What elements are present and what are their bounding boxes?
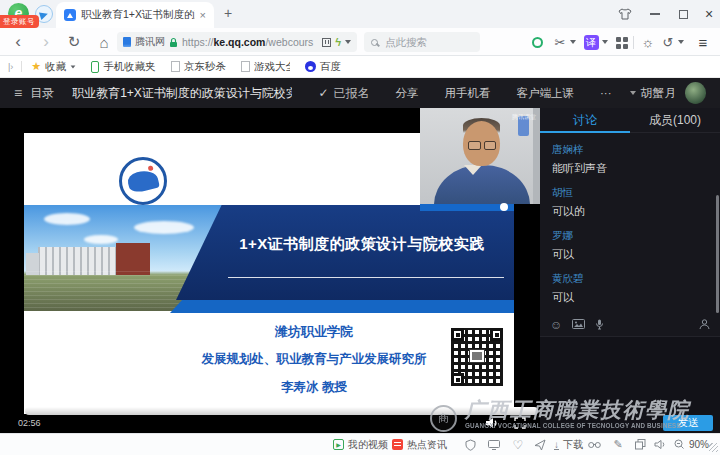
new-tab-button[interactable]: + — [224, 5, 232, 21]
download-button[interactable]: ↓ 下载 — [554, 434, 583, 455]
close-window-button[interactable]: × — [698, 0, 720, 28]
favorites-caret-icon — [71, 65, 76, 68]
bookmarks-collapse-icon[interactable]: |› — [8, 62, 13, 72]
send-button[interactable]: 发送 — [663, 415, 713, 431]
presenter-collar — [464, 165, 482, 175]
heart-icon[interactable]: ♡ — [510, 434, 526, 455]
play-icon: ▶ — [333, 439, 344, 450]
multi-window-icon[interactable] — [632, 434, 648, 455]
message-text: 可以 — [552, 247, 704, 262]
translate-icon[interactable]: 译 — [582, 28, 600, 56]
resize-grip[interactable] — [709, 443, 718, 452]
bookmark-label: 游戏大全 — [254, 60, 290, 74]
chat-panel: 讨论 成员(100) 唐娴梓 能听到声音 胡恒 可以的 罗娜 可以 黄欣碧 可以… — [540, 108, 720, 433]
back-button[interactable]: ‹ — [8, 28, 28, 56]
hot-news-label: 热点资讯 — [407, 438, 447, 452]
zoom-control[interactable]: 90% — [674, 434, 709, 455]
refresh-button[interactable]: ↻ — [64, 28, 84, 56]
baidu-icon — [305, 61, 316, 72]
active-tab[interactable]: 职业教育1+X证书制度的政 × — [56, 2, 214, 28]
adblock-ring-icon[interactable] — [528, 28, 546, 56]
login-account-badge[interactable]: 登录账号 — [0, 15, 39, 28]
speaker-icon[interactable] — [652, 434, 668, 455]
mic-icon[interactable] — [595, 319, 604, 332]
speed-bolt-icon[interactable]: ϟ — [335, 36, 341, 48]
user-menu[interactable]: 胡蟹月 — [630, 85, 677, 102]
reading-glasses-icon[interactable] — [586, 434, 602, 455]
translate-glyph: 译 — [584, 35, 599, 50]
forward-button[interactable]: › — [36, 28, 56, 56]
apps-grid-icon[interactable] — [612, 28, 630, 56]
bookmark-label: 手机收藏夹 — [103, 60, 156, 74]
toc-hamburger-icon[interactable]: ≡ — [14, 85, 22, 101]
scissors-icon[interactable]: ✂ — [552, 28, 568, 56]
tab-close-icon[interactable]: × — [200, 9, 206, 21]
bookmark-favorites[interactable]: ★ 收藏 — [31, 60, 76, 74]
tab-discussion[interactable]: 讨论 — [540, 108, 630, 132]
toc-label[interactable]: 目录 — [30, 85, 54, 102]
download-label: 下载 — [563, 438, 583, 452]
enrolled-label: 已报名 — [334, 85, 370, 102]
maximize-button[interactable] — [670, 0, 696, 28]
message-text: 能听到声音 — [552, 161, 704, 176]
screenshot-icon[interactable] — [486, 434, 502, 455]
menu-icon[interactable]: ≡ — [694, 28, 712, 56]
chat-scrollbar[interactable] — [716, 195, 719, 313]
scissors-caret-icon[interactable] — [568, 28, 578, 56]
translate-caret-icon[interactable] — [600, 28, 610, 56]
image-icon[interactable] — [572, 319, 585, 331]
qr-code-icon[interactable] — [322, 38, 331, 47]
my-video-label: 我的视频 — [348, 438, 388, 452]
minimize-button[interactable] — [642, 0, 668, 28]
title-underline — [228, 277, 504, 278]
fullscreen-icon[interactable] — [512, 416, 528, 430]
search-input[interactable] — [383, 35, 463, 49]
video-player[interactable]: 1+X证书制度的政策设计与院校实践 潍坊职业学院 发展规划处、职业教育与产业发展… — [0, 108, 540, 433]
address-bar[interactable]: 腾讯网 https://ke.qq.com/webcours ϟ — [117, 32, 357, 52]
hot-news-button[interactable]: 热点资讯 — [392, 434, 447, 455]
url-text: https://ke.qq.com/webcours — [182, 36, 318, 48]
sender-name: 唐娴梓 — [552, 143, 704, 157]
bookmark-jd[interactable]: 京东秒杀 — [171, 60, 226, 74]
bookmarks-divider — [21, 61, 22, 72]
seek-bar[interactable] — [25, 407, 538, 415]
more-button[interactable]: ··· — [600, 87, 612, 99]
teacher-only-icon[interactable] — [699, 319, 710, 332]
url-path: /webcours — [265, 36, 313, 48]
volume-icon[interactable] — [484, 416, 500, 430]
avatar[interactable] — [685, 82, 706, 104]
star-icon: ★ — [31, 60, 41, 73]
blue-strip — [170, 300, 514, 313]
tab-members[interactable]: 成员(100) — [630, 108, 720, 132]
client-class-button[interactable]: 客户端上课 — [517, 86, 575, 101]
sender-name: 胡恒 — [552, 186, 704, 200]
bookmark-phone-folder[interactable]: 手机收藏夹 — [91, 60, 156, 74]
news-icon — [392, 439, 403, 450]
bookmark-baidu[interactable]: 百度 — [305, 60, 341, 74]
chevron-down-icon[interactable] — [345, 40, 351, 44]
shield-icon[interactable] — [462, 434, 478, 455]
url-prefix: https:// — [182, 36, 214, 48]
rocket-icon[interactable] — [532, 434, 548, 455]
cam-watermark: 腾讯课堂 — [512, 113, 536, 122]
chat-message: 罗娜 可以 — [552, 229, 704, 262]
daynight-sun-icon[interactable]: ☼ — [640, 28, 656, 56]
home-button[interactable]: ⌂ — [94, 28, 114, 56]
undo-restore-icon[interactable]: ↺ — [660, 28, 676, 56]
search-box[interactable] — [364, 32, 480, 52]
pencil-icon[interactable]: ✎ — [610, 434, 626, 455]
site-label: 腾讯网 — [135, 35, 165, 49]
emoji-icon[interactable]: ☺ — [550, 318, 562, 332]
skin-theme-button[interactable] — [612, 0, 638, 28]
status-bar: ▶ 我的视频 热点资讯 ♡ ↓ 下载 ✎ — [0, 433, 720, 455]
watch-on-phone-button[interactable]: 用手机看 — [445, 86, 491, 101]
search-icon — [371, 39, 378, 46]
webcam-bar-dot[interactable] — [500, 203, 508, 211]
my-video-button[interactable]: ▶ 我的视频 — [333, 434, 388, 455]
course-header: ≡ 目录 职业教育1+X证书制度的政策设计与院校实 ✓ 已报名 分享 用手机看 … — [0, 78, 720, 108]
undo-caret-icon[interactable] — [676, 28, 686, 56]
webcam-bar — [420, 204, 514, 211]
presenter-webcam[interactable]: 腾讯课堂 — [420, 108, 540, 204]
share-button[interactable]: 分享 — [396, 86, 419, 101]
bookmark-games[interactable]: 游戏大全 — [241, 60, 290, 74]
